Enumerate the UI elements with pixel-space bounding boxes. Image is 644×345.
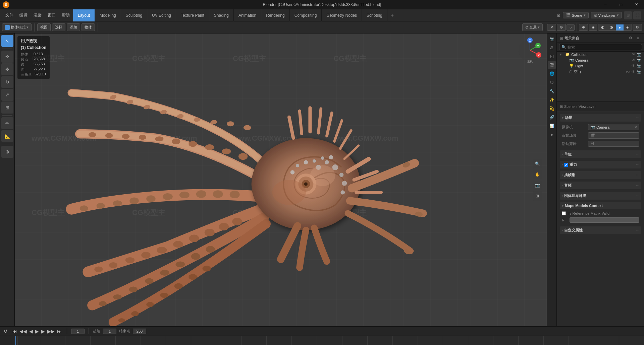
keyframe-options-icon[interactable]: ⋯ [636,173,639,177]
menu-file[interactable]: 文件 [3,11,16,19]
xray-toggle[interactable]: ◈ [589,24,597,31]
gravity-checkbox[interactable] [564,163,568,167]
section-options-icon[interactable]: ⋯ [636,116,639,120]
unit-section-header[interactable]: › 单位 ⋯ [560,150,641,158]
tool-transform[interactable]: ⊞ [1,101,13,114]
empty-render-icon[interactable]: 📷 [637,70,641,74]
outliner-item-empty[interactable]: ⬡ 空白 ▿₁₀ 👁 📷 [557,69,644,75]
jump-start-button[interactable]: ⏮ [11,329,18,334]
scene-section-header[interactable]: ▾ 场景 ⋯ [560,114,641,122]
outliner-settings-icon[interactable]: ≡ [635,35,641,42]
tool-rotate[interactable]: ↻ [1,76,13,88]
props-particles-icon[interactable]: ✨ [548,96,556,104]
end-frame-input[interactable]: 250 [133,329,146,334]
tab-uv-editing[interactable]: UV Editing [147,9,176,21]
shading-solid[interactable]: ◐ [598,24,607,30]
add-workspace-button[interactable]: + [387,9,397,21]
overlay-toggle[interactable]: ⊕ [579,24,588,31]
rigidbody-options-icon[interactable]: ⋯ [636,194,639,198]
tool-select[interactable]: ↖ [1,35,13,47]
nav-zoom-in[interactable]: 🔍 [533,159,542,168]
mode-selector[interactable]: 物体模式 ▾ [2,23,32,31]
tab-geometry-nodes[interactable]: Geometry Nodes [322,9,362,21]
jump-end-button[interactable]: ⏭ [56,329,63,334]
empty-visibility-icon[interactable]: 👁 [632,70,635,74]
close-button[interactable]: ✕ [629,0,644,9]
shading-eevee[interactable]: ◈ [624,24,632,30]
props-data-icon[interactable]: 📊 [548,122,556,130]
play-button[interactable]: ▶ [34,329,40,334]
props-physics-icon[interactable]: 💫 [548,105,556,113]
transform-orientation[interactable]: ↗ [547,24,556,31]
view-menu[interactable]: 视图 [37,23,51,31]
camera-dropdown[interactable]: 📷 Camera ✕ [588,124,639,130]
fullscreen-icon[interactable]: ⛶ [633,11,641,19]
nav-camera[interactable]: 📷 [533,181,542,190]
tool-annotate[interactable]: ✏ [1,117,13,129]
menu-help[interactable]: 帮助 [59,11,72,19]
prev-keyframe-button[interactable]: ◀ [28,329,34,334]
camera-dropdown-close[interactable]: ✕ [634,125,637,129]
rigidbody-section-header[interactable]: › 刚体世界环境 ⋯ [560,192,641,200]
outliner-item-camera[interactable]: 📷 Camera 👁 📷 [557,57,644,63]
tool-measure[interactable]: 📐 [1,130,13,142]
tab-texture-paint[interactable]: Texture Paint [176,9,209,21]
audio-section-header[interactable]: › 音频 ⋯ [560,182,641,189]
prev-frame-button[interactable]: ◀◀ [18,329,28,334]
props-material-icon[interactable]: ● [548,131,556,139]
props-modifier-icon[interactable]: 🔧 [548,87,556,95]
props-view-layer-icon[interactable]: ◱ [548,52,556,60]
shading-rendered[interactable]: ● [616,24,624,30]
custom-props-options[interactable]: ⋯ [636,228,639,232]
light-visibility-icon[interactable]: 👁 [632,64,635,68]
tab-scripting[interactable]: Scripting [362,9,387,21]
shading-material[interactable]: ◑ [607,24,616,30]
scene-selector[interactable]: 🎬 Scene ▾ [563,12,589,18]
view-layer-selector[interactable]: ◱ ViewLayer ▾ [591,12,622,18]
tool-cursor[interactable]: ✛ [1,51,13,63]
keyframe-section-header[interactable]: › 插帧集 ⋯ [560,171,641,179]
tab-layout[interactable]: Layout [73,9,95,21]
tool-move[interactable]: ✥ [1,63,13,75]
r-field[interactable] [570,217,639,223]
tool-add-object[interactable]: ⊕ [1,146,13,158]
outliner-item-light[interactable]: 💡 Light 👁 📷 [557,63,644,69]
outliner-search-input[interactable] [568,45,640,49]
tab-animation[interactable]: Animation [234,9,261,21]
minimize-button[interactable]: ─ [598,0,613,9]
tab-modeling[interactable]: Modeling [95,9,121,21]
editor-type-icon[interactable]: ⊞ [624,11,632,19]
current-frame-input[interactable]: 1 [71,329,85,334]
menu-edit[interactable]: 编辑 [17,11,30,19]
viewport-3d[interactable]: CG模型主 CG模型主 CG模型主 CG模型主 www.CGMXW.com ww… [15,33,547,326]
start-frame-input[interactable]: 1 [103,329,116,334]
props-world-icon[interactable]: 🌐 [548,70,556,78]
maps-models-section-header[interactable]: ▾ Maps Models Context ⋯ [560,202,641,209]
props-constraints-icon[interactable]: 🔗 [548,113,556,121]
camera-render-icon[interactable]: 📷 [637,58,641,62]
pivot-selector[interactable]: ⊙ 全属 ▾ [522,23,543,31]
outliner-item-collection[interactable]: ▾ 📁 Collection 👁 📷 [557,52,644,57]
gravity-section-header[interactable]: › 重力 ⋯ [560,161,641,168]
gravity-options-icon[interactable]: ⋯ [636,163,639,166]
tab-compositing[interactable]: Compositing [290,9,322,21]
menu-window[interactable]: 窗口 [45,11,58,19]
unit-options-icon[interactable]: ⋯ [636,152,639,156]
object-menu[interactable]: 物体 [82,23,95,31]
outliner-filter-icon[interactable]: ⚙ [627,35,634,42]
tab-sculpting[interactable]: Sculpting [121,9,147,21]
props-object-icon[interactable]: ⬡ [548,78,556,86]
next-frame-button[interactable]: ▶▶ [46,329,56,334]
custom-props-header[interactable]: › 自定义属性 ⋯ [560,226,641,234]
props-scene-icon[interactable]: 🎬 [548,61,556,69]
props-render-icon[interactable]: 📷 [548,35,556,43]
menu-render[interactable]: 渲染 [31,11,44,19]
maps-options-icon[interactable]: ⋯ [636,204,639,208]
render-icon[interactable]: 📷 [637,52,641,57]
tool-scale[interactable]: ⤢ [1,89,13,101]
nav-grid[interactable]: ⊞ [533,191,542,201]
loop-button[interactable]: ↺ [3,329,9,334]
select-menu[interactable]: 选择 [52,23,65,31]
audio-options-icon[interactable]: ⋯ [636,184,639,187]
tab-shading[interactable]: Shading [209,9,234,21]
